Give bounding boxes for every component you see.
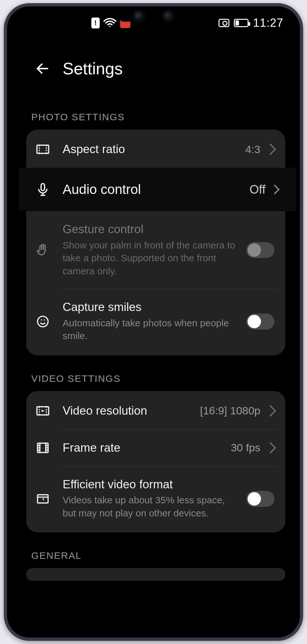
microphone-icon xyxy=(33,182,52,196)
back-button[interactable] xyxy=(34,60,51,77)
photo-settings-card: Aspect ratio 4:3 Audio xyxy=(26,130,285,355)
svg-rect-1 xyxy=(41,184,45,191)
screen: ! 11:27 Settings PHOTO SETTINGS xyxy=(7,6,300,638)
video-settings-card: Video resolution [16:9] 1080p Frame rate xyxy=(26,391,285,533)
section-label-photo: PHOTO SETTINGS xyxy=(31,112,285,122)
device-side-button xyxy=(300,265,302,303)
status-clock: 11:27 xyxy=(253,16,283,30)
wifi-icon xyxy=(103,16,117,30)
film-icon xyxy=(33,441,52,455)
gesture-control-toggle xyxy=(246,242,274,258)
chevron-right-icon xyxy=(265,442,276,454)
aspect-ratio-value: 4:3 xyxy=(245,143,260,156)
svg-rect-0 xyxy=(37,145,49,153)
audio-control-title: Audio control xyxy=(63,182,239,197)
battery-icon xyxy=(234,19,249,27)
video-resolution-value: [16:9] 1080p xyxy=(200,404,260,417)
gesture-control-sub: Show your palm in front of the camera to… xyxy=(63,239,236,278)
row-video-resolution[interactable]: Video resolution [16:9] 1080p xyxy=(26,392,285,429)
chevron-right-icon xyxy=(270,185,280,195)
frame-rate-value: 30 fps xyxy=(231,441,260,454)
audio-control-value: Off xyxy=(249,183,265,196)
efficient-format-title: Efficient video format xyxy=(63,478,236,492)
efficient-format-toggle[interactable] xyxy=(246,491,274,507)
row-efficient-video-format[interactable]: Efficient video format Videos take up ab… xyxy=(26,466,285,531)
gesture-control-title: Gesture control xyxy=(63,223,236,236)
smile-icon xyxy=(33,315,52,329)
front-camera-right xyxy=(163,11,173,21)
efficient-format-icon xyxy=(33,492,52,506)
capture-smiles-title: Capture smiles xyxy=(63,300,236,314)
row-frame-rate[interactable]: Frame rate 30 fps xyxy=(26,429,285,466)
settings-content: PHOTO SETTINGS Aspect ratio 4:3 xyxy=(7,102,300,638)
device-frame: ! 11:27 Settings PHOTO SETTINGS xyxy=(4,3,303,641)
section-label-video: VIDEO SETTINGS xyxy=(31,373,285,384)
arrow-left-icon xyxy=(35,61,50,76)
frame-rate-title: Frame rate xyxy=(63,441,220,455)
camera-indicator-icon xyxy=(219,19,229,27)
row-gesture-control: Gesture control Show your palm in front … xyxy=(26,211,285,289)
row-capture-smiles[interactable]: Capture smiles Automatically take photos… xyxy=(26,289,285,354)
general-settings-card xyxy=(26,568,285,581)
row-audio-control[interactable]: Audio control Off xyxy=(19,168,296,211)
device-notch xyxy=(119,11,189,22)
front-camera-left xyxy=(134,11,144,21)
capture-smiles-sub: Automatically take photos when people sm… xyxy=(63,317,236,343)
chevron-right-icon xyxy=(265,144,276,155)
app-header: Settings xyxy=(7,51,300,86)
video-resolution-icon xyxy=(33,404,52,418)
row-aspect-ratio[interactable]: Aspect ratio 4:3 xyxy=(26,131,285,168)
aspect-ratio-title: Aspect ratio xyxy=(63,143,235,156)
capture-smiles-toggle[interactable] xyxy=(246,314,274,329)
section-label-general: GENERAL xyxy=(31,550,285,561)
page-title: Settings xyxy=(63,59,123,78)
svg-point-2 xyxy=(38,316,48,327)
hand-icon xyxy=(33,243,52,257)
video-resolution-title: Video resolution xyxy=(63,404,190,418)
efficient-format-sub: Videos take up about 35% less space, but… xyxy=(63,494,236,520)
aspect-ratio-icon xyxy=(33,142,52,156)
chevron-right-icon xyxy=(265,405,276,417)
sim-warning-icon: ! xyxy=(91,18,100,28)
